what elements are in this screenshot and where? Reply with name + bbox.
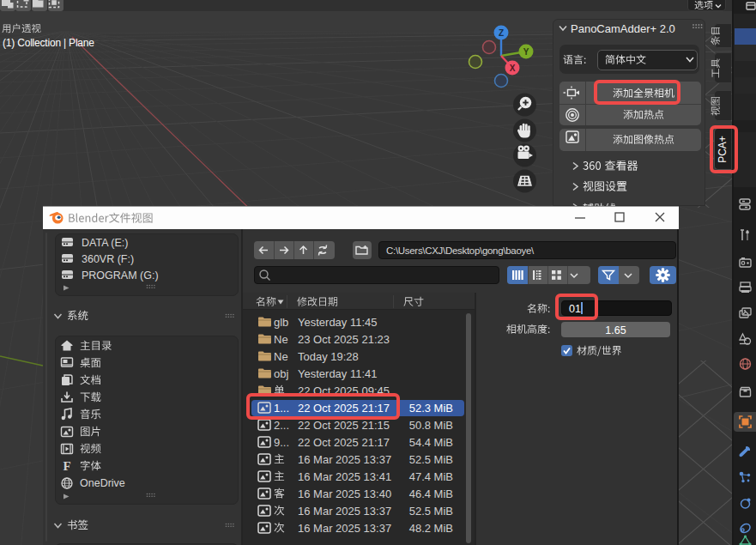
svg-text:Z: Z [499, 28, 504, 38]
svg-text:F: F [63, 459, 70, 473]
svg-text:Y: Y [523, 47, 529, 57]
svg-text:X: X [510, 64, 516, 73]
